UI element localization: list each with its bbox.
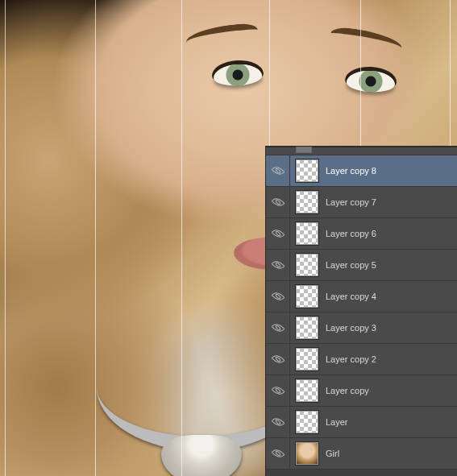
artwork-eye-left <box>213 63 262 86</box>
layer-thumbnail[interactable] <box>295 379 319 403</box>
layer-thumbnail[interactable] <box>295 253 319 277</box>
eye-icon <box>271 259 285 272</box>
layer-name-label[interactable]: Layer copy 7 <box>326 197 457 207</box>
layer-name-label[interactable]: Layer copy 2 <box>326 354 457 364</box>
layer-row[interactable]: Layer copy <box>266 375 457 407</box>
layer-row[interactable]: Layer copy 3 <box>266 313 457 344</box>
artwork-brow-right <box>330 26 403 48</box>
eye-icon <box>271 321 285 335</box>
eye-icon <box>271 447 285 461</box>
layer-row[interactable]: Layer <box>266 407 457 438</box>
visibility-toggle[interactable] <box>266 375 290 406</box>
layer-thumbnail[interactable] <box>295 347 319 371</box>
layers-panel-footer <box>266 470 457 476</box>
artwork-eye-right <box>346 69 395 93</box>
layer-thumbnail[interactable] <box>295 221 319 246</box>
eye-icon <box>271 416 285 429</box>
layer-row[interactable]: Layer copy 6 <box>266 218 457 250</box>
layer-name-label[interactable]: Layer copy 3 <box>326 323 457 333</box>
eye-icon <box>271 196 285 209</box>
layer-name-label[interactable]: Layer copy 5 <box>326 260 457 270</box>
layer-thumbnail[interactable] <box>295 441 319 466</box>
artwork-brow-left <box>185 22 258 42</box>
visibility-toggle[interactable] <box>266 250 290 280</box>
layer-row[interactable]: Layer copy 5 <box>266 250 457 281</box>
eye-icon <box>271 353 285 366</box>
visibility-toggle[interactable] <box>266 218 290 249</box>
layer-row[interactable]: Layer copy 2 <box>266 344 457 375</box>
eye-icon <box>271 290 285 304</box>
layer-thumbnail[interactable] <box>295 190 319 214</box>
layer-name-label[interactable]: Layer copy 4 <box>326 292 457 301</box>
eye-icon <box>271 164 285 178</box>
visibility-toggle[interactable] <box>266 407 290 437</box>
eye-icon <box>271 384 285 398</box>
visibility-toggle[interactable] <box>266 344 290 375</box>
visibility-toggle[interactable] <box>266 187 290 217</box>
visibility-toggle[interactable] <box>266 438 290 469</box>
visibility-toggle[interactable] <box>266 155 290 186</box>
layer-thumbnail[interactable] <box>295 159 319 183</box>
layer-thumbnail[interactable] <box>295 316 319 340</box>
layer-row[interactable]: Girl <box>266 438 457 470</box>
layer-thumbnail[interactable] <box>295 284 319 308</box>
layer-name-label[interactable]: Girl <box>326 449 457 458</box>
layer-row[interactable]: Layer copy 8 <box>266 155 457 187</box>
layer-row-partial[interactable] <box>266 147 457 155</box>
layer-name-label[interactable]: Layer copy <box>326 386 457 395</box>
layer-row[interactable]: Layer copy 7 <box>266 187 457 218</box>
layers-panel[interactable]: Layer copy 8Layer copy 7Layer copy 6Laye… <box>266 147 457 476</box>
visibility-toggle[interactable] <box>266 281 290 312</box>
visibility-toggle[interactable] <box>266 313 290 343</box>
layer-thumbnail[interactable] <box>295 410 319 434</box>
eye-icon <box>271 227 285 241</box>
layer-row[interactable]: Layer copy 4 <box>266 281 457 313</box>
layer-name-label[interactable]: Layer <box>326 417 457 427</box>
layer-name-label[interactable]: Layer copy 6 <box>326 229 457 238</box>
layer-name-label[interactable]: Layer copy 8 <box>326 166 457 176</box>
